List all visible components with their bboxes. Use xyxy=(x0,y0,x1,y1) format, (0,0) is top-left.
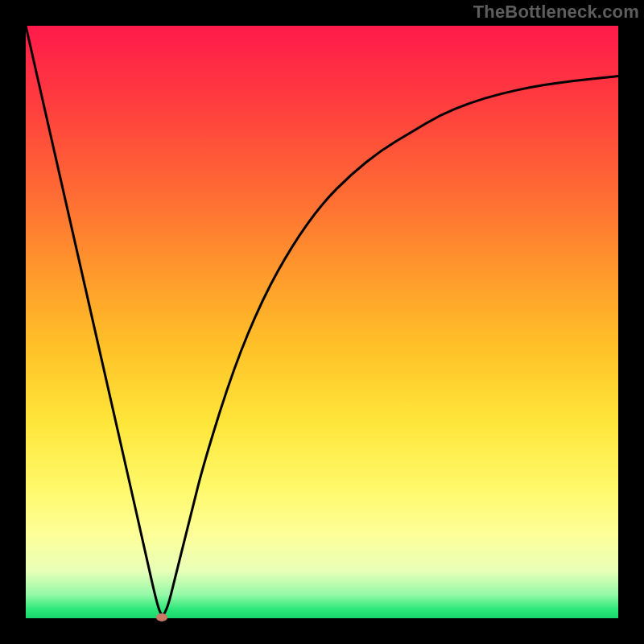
optimum-point-marker xyxy=(156,613,167,621)
bottleneck-curve xyxy=(26,26,618,618)
chart-plot-area xyxy=(26,26,618,618)
watermark-text: TheBottleneck.com xyxy=(473,2,639,23)
